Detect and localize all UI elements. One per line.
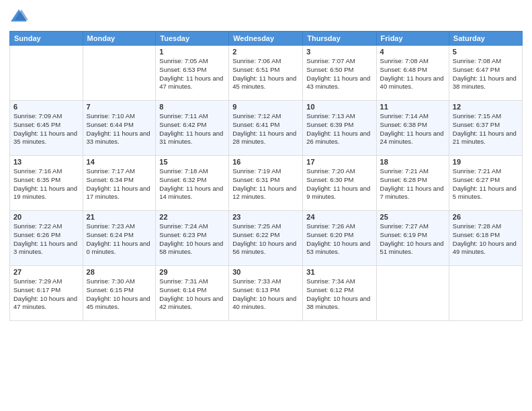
- calendar-cell: 14Sunrise: 7:17 AM Sunset: 6:34 PM Dayli…: [83, 156, 156, 211]
- day-number: 10: [306, 103, 372, 111]
- day-info: Sunrise: 7:13 AM Sunset: 6:39 PM Dayligh…: [306, 112, 372, 146]
- day-number: 24: [306, 213, 372, 221]
- day-number: 9: [232, 103, 299, 111]
- calendar-cell: 22Sunrise: 7:24 AM Sunset: 6:23 PM Dayli…: [156, 211, 229, 266]
- calendar-week-row: 1Sunrise: 7:05 AM Sunset: 6:53 PM Daylig…: [10, 46, 523, 101]
- day-info: Sunrise: 7:24 AM Sunset: 6:23 PM Dayligh…: [159, 222, 225, 257]
- calendar-cell: 28Sunrise: 7:30 AM Sunset: 6:15 PM Dayli…: [83, 266, 156, 321]
- day-number: 30: [232, 268, 299, 276]
- calendar-cell: 19Sunrise: 7:21 AM Sunset: 6:27 PM Dayli…: [449, 156, 522, 211]
- calendar-cell: 2Sunrise: 7:06 AM Sunset: 6:51 PM Daylig…: [229, 46, 303, 101]
- day-number: 5: [453, 48, 519, 56]
- day-info: Sunrise: 7:17 AM Sunset: 6:34 PM Dayligh…: [87, 167, 152, 201]
- day-info: Sunrise: 7:10 AM Sunset: 6:44 PM Dayligh…: [87, 112, 152, 146]
- calendar-cell: 5Sunrise: 7:08 AM Sunset: 6:47 PM Daylig…: [449, 46, 522, 101]
- calendar-cell: 10Sunrise: 7:13 AM Sunset: 6:39 PM Dayli…: [303, 101, 376, 156]
- day-info: Sunrise: 7:34 AM Sunset: 6:12 PM Dayligh…: [306, 277, 372, 312]
- day-info: Sunrise: 7:15 AM Sunset: 6:37 PM Dayligh…: [453, 112, 519, 146]
- calendar-cell: 3Sunrise: 7:07 AM Sunset: 6:50 PM Daylig…: [303, 46, 376, 101]
- calendar-header-row: SundayMondayTuesdayWednesdayThursdayFrid…: [10, 32, 523, 46]
- calendar-cell: 30Sunrise: 7:33 AM Sunset: 6:13 PM Dayli…: [229, 266, 303, 321]
- calendar-cell: 15Sunrise: 7:18 AM Sunset: 6:32 PM Dayli…: [156, 156, 229, 211]
- day-info: Sunrise: 7:33 AM Sunset: 6:13 PM Dayligh…: [232, 277, 299, 312]
- calendar-cell: 31Sunrise: 7:34 AM Sunset: 6:12 PM Dayli…: [303, 266, 376, 321]
- day-number: 22: [159, 213, 225, 221]
- day-info: Sunrise: 7:08 AM Sunset: 6:48 PM Dayligh…: [380, 57, 445, 91]
- day-info: Sunrise: 7:28 AM Sunset: 6:18 PM Dayligh…: [453, 222, 519, 257]
- calendar-cell: 27Sunrise: 7:29 AM Sunset: 6:17 PM Dayli…: [10, 266, 83, 321]
- day-number: 31: [306, 268, 372, 276]
- day-info: Sunrise: 7:23 AM Sunset: 6:24 PM Dayligh…: [87, 222, 152, 257]
- calendar-cell: 26Sunrise: 7:28 AM Sunset: 6:18 PM Dayli…: [449, 211, 522, 266]
- day-number: 16: [232, 158, 299, 166]
- calendar-cell: 24Sunrise: 7:26 AM Sunset: 6:20 PM Dayli…: [303, 211, 376, 266]
- calendar-week-row: 13Sunrise: 7:16 AM Sunset: 6:35 PM Dayli…: [10, 156, 523, 211]
- day-info: Sunrise: 7:22 AM Sunset: 6:26 PM Dayligh…: [13, 222, 79, 257]
- day-number: 23: [232, 213, 299, 221]
- day-info: Sunrise: 7:16 AM Sunset: 6:35 PM Dayligh…: [13, 167, 79, 201]
- day-number: 17: [306, 158, 372, 166]
- day-info: Sunrise: 7:31 AM Sunset: 6:14 PM Dayligh…: [159, 277, 225, 312]
- day-info: Sunrise: 7:12 AM Sunset: 6:41 PM Dayligh…: [232, 112, 299, 146]
- calendar-cell: 18Sunrise: 7:21 AM Sunset: 6:28 PM Dayli…: [376, 156, 449, 211]
- day-info: Sunrise: 7:19 AM Sunset: 6:31 PM Dayligh…: [232, 167, 299, 201]
- day-info: Sunrise: 7:11 AM Sunset: 6:42 PM Dayligh…: [159, 112, 225, 146]
- calendar-cell: [10, 46, 83, 101]
- day-number: 3: [306, 48, 372, 56]
- calendar-week-row: 20Sunrise: 7:22 AM Sunset: 6:26 PM Dayli…: [10, 211, 523, 266]
- day-info: Sunrise: 7:25 AM Sunset: 6:22 PM Dayligh…: [232, 222, 299, 257]
- day-info: Sunrise: 7:06 AM Sunset: 6:51 PM Dayligh…: [232, 57, 299, 91]
- calendar-cell: 16Sunrise: 7:19 AM Sunset: 6:31 PM Dayli…: [229, 156, 303, 211]
- day-of-week-header: Friday: [376, 32, 449, 46]
- calendar-cell: 29Sunrise: 7:31 AM Sunset: 6:14 PM Dayli…: [156, 266, 229, 321]
- day-number: 8: [159, 103, 225, 111]
- day-of-week-header: Saturday: [449, 32, 522, 46]
- day-info: Sunrise: 7:14 AM Sunset: 6:38 PM Dayligh…: [380, 112, 445, 146]
- calendar-cell: 23Sunrise: 7:25 AM Sunset: 6:22 PM Dayli…: [229, 211, 303, 266]
- day-info: Sunrise: 7:29 AM Sunset: 6:17 PM Dayligh…: [13, 277, 79, 312]
- day-of-week-header: Thursday: [303, 32, 376, 46]
- day-number: 25: [380, 213, 445, 221]
- day-number: 6: [13, 103, 79, 111]
- day-number: 7: [87, 103, 152, 111]
- calendar-cell: [376, 266, 449, 321]
- day-number: 18: [380, 158, 445, 166]
- day-number: 26: [453, 213, 519, 221]
- day-number: 14: [87, 158, 152, 166]
- calendar-cell: 6Sunrise: 7:09 AM Sunset: 6:45 PM Daylig…: [10, 101, 83, 156]
- calendar-week-row: 6Sunrise: 7:09 AM Sunset: 6:45 PM Daylig…: [10, 101, 523, 156]
- calendar-cell: 12Sunrise: 7:15 AM Sunset: 6:37 PM Dayli…: [449, 101, 522, 156]
- day-number: 20: [13, 213, 79, 221]
- calendar-cell: 7Sunrise: 7:10 AM Sunset: 6:44 PM Daylig…: [83, 101, 156, 156]
- day-info: Sunrise: 7:21 AM Sunset: 6:28 PM Dayligh…: [380, 167, 445, 201]
- calendar-cell: 13Sunrise: 7:16 AM Sunset: 6:35 PM Dayli…: [10, 156, 83, 211]
- calendar-cell: 4Sunrise: 7:08 AM Sunset: 6:48 PM Daylig…: [376, 46, 449, 101]
- day-info: Sunrise: 7:26 AM Sunset: 6:20 PM Dayligh…: [306, 222, 372, 257]
- calendar-cell: 25Sunrise: 7:27 AM Sunset: 6:19 PM Dayli…: [376, 211, 449, 266]
- calendar-table: SundayMondayTuesdayWednesdayThursdayFrid…: [9, 31, 523, 321]
- day-info: Sunrise: 7:27 AM Sunset: 6:19 PM Dayligh…: [380, 222, 445, 257]
- day-number: 29: [159, 268, 225, 276]
- day-info: Sunrise: 7:08 AM Sunset: 6:47 PM Dayligh…: [453, 57, 519, 91]
- day-number: 2: [232, 48, 299, 56]
- calendar-cell: 9Sunrise: 7:12 AM Sunset: 6:41 PM Daylig…: [229, 101, 303, 156]
- day-info: Sunrise: 7:05 AM Sunset: 6:53 PM Dayligh…: [159, 57, 225, 91]
- day-info: Sunrise: 7:07 AM Sunset: 6:50 PM Dayligh…: [306, 57, 372, 91]
- day-of-week-header: Wednesday: [229, 32, 303, 46]
- day-number: 21: [87, 213, 152, 221]
- calendar-week-row: 27Sunrise: 7:29 AM Sunset: 6:17 PM Dayli…: [10, 266, 523, 321]
- day-of-week-header: Monday: [83, 32, 156, 46]
- day-number: 4: [380, 48, 445, 56]
- logo-icon: [9, 7, 28, 26]
- day-number: 27: [13, 268, 79, 276]
- day-number: 15: [159, 158, 225, 166]
- page: SundayMondayTuesdayWednesdayThursdayFrid…: [0, 0, 532, 411]
- day-number: 1: [159, 48, 225, 56]
- calendar-cell: 8Sunrise: 7:11 AM Sunset: 6:42 PM Daylig…: [156, 101, 229, 156]
- day-info: Sunrise: 7:20 AM Sunset: 6:30 PM Dayligh…: [306, 167, 372, 201]
- day-info: Sunrise: 7:18 AM Sunset: 6:32 PM Dayligh…: [159, 167, 225, 201]
- day-number: 28: [87, 268, 152, 276]
- day-number: 11: [380, 103, 445, 111]
- day-of-week-header: Tuesday: [156, 32, 229, 46]
- day-info: Sunrise: 7:30 AM Sunset: 6:15 PM Dayligh…: [87, 277, 152, 312]
